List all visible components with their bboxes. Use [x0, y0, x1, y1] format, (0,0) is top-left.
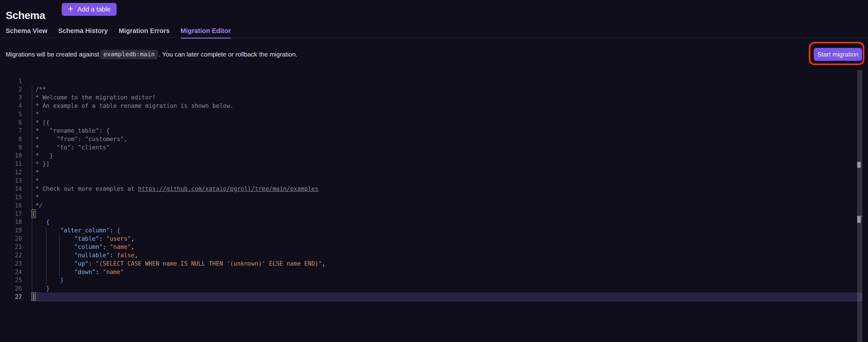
plus-icon: +: [68, 4, 73, 14]
line-content: *: [32, 177, 39, 185]
line-content: [: [32, 210, 35, 218]
line-number: 17: [0, 210, 22, 218]
line-content: * [{: [32, 119, 50, 127]
line-content: * Welcome to the migration editor!: [32, 93, 156, 102]
code-line-9[interactable]: 9 * "to": "clients": [0, 143, 868, 152]
code-line-1[interactable]: 1: [0, 77, 868, 85]
line-content: "down": "name": [32, 268, 124, 276]
line-content: * }: [32, 151, 53, 160]
line-number: 1: [0, 77, 22, 85]
tab-bar: Schema ViewSchema HistoryMigration Error…: [6, 27, 231, 38]
migration-info-text: Migrations will be created against examp…: [6, 48, 809, 61]
line-content: * "from": "customers",: [32, 135, 127, 143]
line-number: 3: [0, 93, 22, 102]
line-content: */: [32, 201, 42, 210]
line-content: * "rename_table": {: [32, 127, 110, 135]
line-number: 10: [0, 151, 22, 160]
line-number: 14: [0, 185, 22, 193]
line-number: 20: [0, 235, 22, 243]
line-content: *: [32, 193, 39, 201]
line-content: *: [32, 168, 39, 177]
code-line-22[interactable]: 22 "nullable": false,: [0, 251, 868, 259]
line-number: 24: [0, 268, 22, 276]
line-content: "column": "name",: [32, 243, 134, 251]
line-number: 9: [0, 143, 22, 152]
code-line-27[interactable]: 27]: [0, 293, 868, 301]
add-table-label: Add a table: [78, 6, 111, 13]
line-number: 27: [0, 293, 22, 301]
line-number: 8: [0, 135, 22, 143]
line-content: "table": "users",: [32, 235, 134, 243]
code-line-24[interactable]: 24 "down": "name": [0, 268, 868, 276]
migration-code-editor[interactable]: 12 /**3 * Welcome to the migration edito…: [0, 70, 868, 342]
line-number: 18: [0, 218, 22, 226]
code-line-23[interactable]: 23 "up": "(SELECT CASE WHEN name IS NULL…: [0, 259, 868, 268]
line-content: }: [32, 276, 64, 284]
migration-text-after: . You can later complete or rollback the…: [159, 51, 298, 58]
code-line-3[interactable]: 3 * Welcome to the migration editor!: [0, 93, 868, 102]
line-number: 22: [0, 251, 22, 259]
code-line-17[interactable]: 17[: [0, 210, 868, 218]
overview-ruler-mark: [857, 217, 861, 223]
line-number: 2: [0, 85, 22, 94]
editor-scrollbar[interactable]: [857, 70, 862, 342]
line-content: "nullable": false,: [32, 251, 138, 259]
code-line-10[interactable]: 10 * }: [0, 151, 868, 160]
line-number: 11: [0, 160, 22, 168]
code-line-6[interactable]: 6 * [{: [0, 119, 868, 127]
code-line-26[interactable]: 26 }: [0, 284, 868, 293]
tab-schema-view[interactable]: Schema View: [6, 27, 48, 38]
line-content: {: [32, 218, 50, 226]
code-line-16[interactable]: 16 */: [0, 201, 868, 210]
code-line-19[interactable]: 19 "alter_column": {: [0, 226, 868, 235]
line-number: 15: [0, 193, 22, 201]
add-table-button[interactable]: + Add a table: [62, 3, 117, 16]
tab-schema-history[interactable]: Schema History: [58, 27, 108, 38]
code-line-18[interactable]: 18 {: [0, 218, 868, 226]
code-line-8[interactable]: 8 * "from": "customers",: [0, 135, 868, 143]
code-line-21[interactable]: 21 "column": "name",: [0, 243, 868, 251]
line-number: 19: [0, 226, 22, 235]
line-number: 16: [0, 201, 22, 210]
code-line-7[interactable]: 7 * "rename_table": {: [0, 127, 868, 135]
code-line-4[interactable]: 4 * An example of a table rename migrati…: [0, 102, 868, 110]
tab-migration-editor[interactable]: Migration Editor: [181, 27, 231, 38]
line-content: * }]: [32, 160, 50, 168]
code-line-20[interactable]: 20 "table": "users",: [0, 235, 868, 243]
code-line-15[interactable]: 15 *: [0, 193, 868, 201]
line-content: ]: [32, 293, 35, 301]
line-content: /**: [32, 85, 46, 94]
line-number: 26: [0, 284, 22, 293]
page-title: Schema: [6, 7, 45, 24]
line-number: 7: [0, 127, 22, 135]
tab-bar-divider: [0, 37, 868, 38]
line-number: 4: [0, 102, 22, 110]
code-line-14[interactable]: 14 * Check out more examples at https://…: [0, 185, 868, 193]
line-content: }: [32, 284, 50, 293]
code-line-13[interactable]: 13 *: [0, 177, 868, 185]
tab-migration-errors[interactable]: Migration Errors: [119, 27, 170, 38]
line-content: *: [32, 110, 39, 119]
line-content: * "to": "clients": [32, 143, 110, 152]
code-line-11[interactable]: 11 * }]: [0, 160, 868, 168]
code-line-25[interactable]: 25 }: [0, 276, 868, 284]
line-content: * Check out more examples at https://git…: [32, 185, 318, 193]
line-number: 21: [0, 243, 22, 251]
line-content: "up": "(SELECT CASE WHEN name IS NULL TH…: [32, 259, 326, 268]
line-number: 6: [0, 119, 22, 127]
start-migration-button[interactable]: Start migration: [814, 48, 862, 61]
code-line-5[interactable]: 5 *: [0, 110, 868, 119]
line-number: 25: [0, 276, 22, 284]
line-content: "alter_column": {: [32, 226, 120, 235]
migration-text-before: Migrations will be created against: [6, 51, 99, 58]
line-number: 23: [0, 259, 22, 268]
overview-ruler-mark: [857, 162, 861, 168]
line-number: 12: [0, 168, 22, 177]
db-branch-chip: exampledb:main: [100, 50, 158, 59]
code-line-2[interactable]: 2 /**: [0, 85, 868, 94]
code-lines: 12 /**3 * Welcome to the migration edito…: [0, 77, 868, 301]
line-number: 5: [0, 110, 22, 119]
code-line-12[interactable]: 12 *: [0, 168, 868, 177]
line-number: 13: [0, 177, 22, 185]
line-content: * An example of a table rename migration…: [32, 102, 234, 110]
